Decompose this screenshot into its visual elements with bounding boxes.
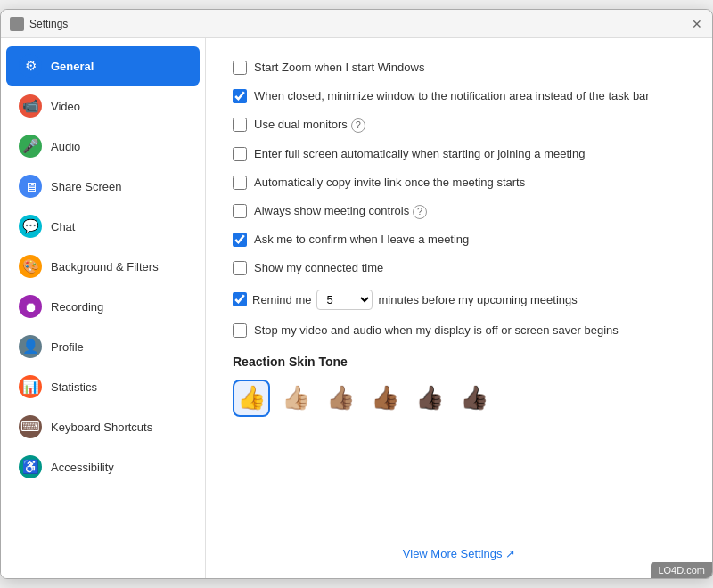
titlebar-left: Settings <box>10 17 68 31</box>
settings-row-stop-video: Stop my video and audio when my display … <box>233 323 685 339</box>
label-stop-video: Stop my video and audio when my display … <box>254 323 619 339</box>
settings-row-copy-invite: Automatically copy invite link once the … <box>233 175 685 191</box>
sidebar-item-profile[interactable]: 👤Profile <box>6 327 200 366</box>
checkbox-show-time[interactable] <box>233 261 247 275</box>
sidebar-item-general[interactable]: ⚙General <box>6 46 200 86</box>
skin-tone-2[interactable]: 👍🏼 <box>277 380 315 417</box>
settings-row-start-zoom: Start Zoom when I start Windows <box>233 60 685 76</box>
checkbox-confirm-leave[interactable] <box>233 233 247 247</box>
settings-row-confirm-leave: Ask me to confirm when I leave a meeting <box>233 232 685 248</box>
sidebar-item-statistics[interactable]: 📊Statistics <box>6 367 200 406</box>
sidebar-label-profile: Profile <box>51 340 84 354</box>
remind-minutes-select[interactable]: 5101530 <box>316 290 373 310</box>
sidebar-item-bgfilters[interactable]: 🎨Background & Filters <box>6 247 200 286</box>
keyboard-icon: ⌨ <box>19 415 42 438</box>
titlebar-title: Settings <box>29 18 68 30</box>
label-start-zoom: Start Zoom when I start Windows <box>254 60 424 76</box>
profile-icon: 👤 <box>19 335 42 358</box>
sidebar-label-general: General <box>51 60 94 73</box>
label-show-controls: Always show meeting controls? <box>254 203 427 219</box>
settings-row-minimize-notification: When closed, minimize window to the noti… <box>233 88 685 104</box>
skin-tone-3[interactable]: 👍🏽 <box>322 380 359 417</box>
sidebar-label-accessibility: Accessibility <box>51 461 114 474</box>
chat-icon: 💬 <box>19 215 42 238</box>
remind-me-row: Remind me5101530minutes before my upcomi… <box>233 290 685 310</box>
checkbox-start-zoom[interactable] <box>233 61 247 75</box>
main-content: Start Zoom when I start WindowsWhen clos… <box>206 38 712 456</box>
titlebar: Settings ✕ <box>1 10 712 38</box>
remind-label-after: minutes before my upcoming meetings <box>378 293 577 306</box>
checkbox-stop-video[interactable] <box>233 323 247 338</box>
sidebar-item-sharescreen[interactable]: 🖥Share Screen <box>6 167 200 206</box>
label-fullscreen: Enter full screen automatically when sta… <box>254 146 585 162</box>
sidebar-label-keyboard: Keyboard Shortcuts <box>51 421 152 434</box>
sharescreen-icon: 🖥 <box>19 175 42 198</box>
remind-label-before: Remind me <box>252 293 311 306</box>
main-wrapper: Start Zoom when I start WindowsWhen clos… <box>206 38 712 578</box>
skin-tone-5[interactable]: 👍🏿 <box>411 380 448 417</box>
watermark: LO4D.com <box>651 562 712 578</box>
label-dual-monitors: Use dual monitors? <box>254 117 365 133</box>
checkbox-minimize-notification[interactable] <box>233 89 247 103</box>
skin-tone-4[interactable]: 👍🏾 <box>366 380 404 417</box>
sidebar-label-statistics: Statistics <box>51 380 97 394</box>
content-area: ⚙General📹Video🎤Audio🖥Share Screen💬Chat🎨B… <box>1 38 712 578</box>
sidebar-label-recording: Recording <box>51 300 103 314</box>
video-icon: 📹 <box>19 94 42 118</box>
reaction-skin-tone-title: Reaction Skin Tone <box>233 355 685 369</box>
titlebar-app-icon <box>10 17 24 31</box>
general-icon: ⚙ <box>19 54 42 78</box>
skin-tone-1[interactable]: 👍 <box>233 380 270 417</box>
audio-icon: 🎤 <box>19 135 42 158</box>
sidebar-item-chat[interactable]: 💬Chat <box>6 207 200 246</box>
sidebar-item-recording[interactable]: ⏺Recording <box>6 287 200 326</box>
settings-row-show-controls: Always show meeting controls? <box>233 203 685 219</box>
sidebar-item-audio[interactable]: 🎤Audio <box>6 127 200 166</box>
label-copy-invite: Automatically copy invite link once the … <box>254 175 525 191</box>
skin-tones-container: 👍👍🏼👍🏽👍🏾👍🏿👍🏿 <box>233 380 685 417</box>
sidebar-label-bgfilters: Background & Filters <box>51 260 159 274</box>
settings-window: Settings ✕ ⚙General📹Video🎤Audio🖥Share Sc… <box>0 9 713 579</box>
sidebar-label-video: Video <box>51 100 80 113</box>
settings-row-fullscreen: Enter full screen automatically when sta… <box>233 146 685 162</box>
recording-icon: ⏺ <box>19 295 42 318</box>
settings-row-show-time: Show my connected time <box>233 260 685 276</box>
bgfilters-icon: 🎨 <box>19 255 42 278</box>
help-icon-dual-monitors[interactable]: ? <box>351 118 365 133</box>
settings-row-dual-monitors: Use dual monitors? <box>233 117 685 133</box>
sidebar-item-keyboard[interactable]: ⌨Keyboard Shortcuts <box>6 407 200 446</box>
sidebar-label-audio: Audio <box>51 140 80 153</box>
close-button[interactable]: ✕ <box>691 18 703 30</box>
checkbox-copy-invite[interactable] <box>233 176 247 190</box>
sidebar-label-sharescreen: Share Screen <box>51 180 122 193</box>
accessibility-icon: ♿ <box>19 455 42 478</box>
sidebar: ⚙General📹Video🎤Audio🖥Share Screen💬Chat🎨B… <box>1 38 206 578</box>
label-show-time: Show my connected time <box>254 260 383 276</box>
checkbox-fullscreen[interactable] <box>233 147 247 161</box>
checkbox-show-controls[interactable] <box>233 204 247 218</box>
help-icon-show-controls[interactable]: ? <box>413 205 427 219</box>
checkbox-remind-me[interactable] <box>233 292 247 306</box>
sidebar-label-chat: Chat <box>51 220 75 233</box>
skin-tone-6[interactable]: 👍🏿 <box>455 380 493 417</box>
statistics-icon: 📊 <box>19 375 42 398</box>
watermark-text: LO4D.com <box>658 565 705 576</box>
sidebar-item-video[interactable]: 📹Video <box>6 86 200 126</box>
sidebar-item-accessibility[interactable]: ♿Accessibility <box>6 447 200 486</box>
checkbox-dual-monitors[interactable] <box>233 118 247 132</box>
label-confirm-leave: Ask me to confirm when I leave a meeting <box>254 232 469 248</box>
label-minimize-notification: When closed, minimize window to the noti… <box>254 88 650 104</box>
